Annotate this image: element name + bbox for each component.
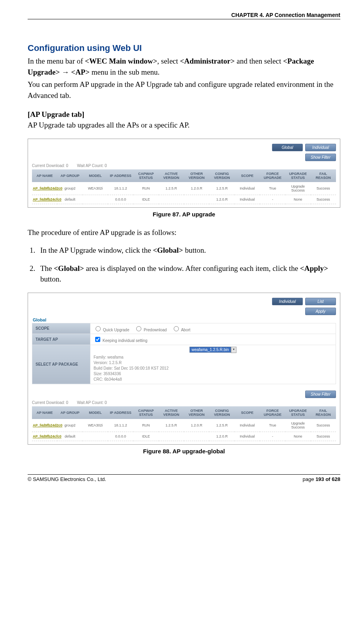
target-ap-value: Keeping individual setting (90, 334, 336, 345)
t: In the menu bar of (28, 57, 85, 65)
t: <Global> (153, 246, 183, 254)
table-row: AP_f4d9fb24d2c0 group2 WEA302i 18.1.1.2 … (32, 419, 336, 432)
keep-individual-checkbox[interactable]: Keeping individual setting (94, 338, 147, 343)
c: IDLE (133, 432, 159, 441)
c: - (260, 432, 285, 441)
t: Build Date: Sat Dec 15 06:00:18 KST 2012 (94, 366, 332, 371)
col: IP ADDRESS (108, 406, 133, 419)
radio-abort[interactable]: Abort (172, 328, 190, 332)
col: FORCE UPGRADE (260, 406, 285, 419)
t: Size: 35934336 (94, 371, 332, 377)
show-filter-button[interactable]: Show Filter (305, 391, 336, 398)
t: 193 of 628 (315, 476, 340, 482)
wait-ap-count-label: Wait AP Count: 0 (77, 163, 107, 168)
show-filter-button[interactable]: Show Filter (305, 154, 336, 161)
c: 1.2.0.R (184, 182, 209, 195)
package-dropdown[interactable]: weafama_1.2.5.R.bin (190, 347, 231, 353)
t: <AP> (71, 68, 90, 76)
col: FAIL REASON (311, 169, 336, 182)
t: page (303, 476, 316, 482)
t: <Apply> (300, 264, 328, 272)
t: <WEC Main window> (85, 57, 157, 65)
c: RUN (133, 419, 159, 432)
col: UPGRADE STATUS (285, 169, 311, 182)
c: 1.2.0.R (184, 419, 209, 432)
c: True (260, 182, 285, 195)
t: Version: 1.2.5.R (94, 360, 332, 366)
current-download-label: Current Download: 0 (32, 400, 68, 405)
apply-button[interactable]: Apply (305, 308, 336, 315)
table-row: AP_f4d9fb24cfc0 default 0.0.0.0 IDLE 1.2… (32, 432, 336, 441)
target-ap-label: TARGET AP (32, 334, 90, 345)
list-button[interactable]: List (305, 298, 336, 305)
individual-button[interactable]: Individual (272, 298, 303, 305)
chevron-down-icon[interactable]: ▾ (231, 347, 236, 353)
t: button. (183, 246, 206, 254)
global-area-label: Global (33, 317, 336, 322)
col: AP GROUP (57, 406, 83, 419)
ap-link[interactable]: AP_f4d9fb24d2c0 (33, 423, 62, 427)
chapter-header: CHAPTER 4. AP Connection Management (28, 12, 340, 19)
intro-para-2: You can perform AP upgrade in the AP Upg… (28, 79, 340, 101)
individual-button[interactable]: Individual (305, 144, 336, 151)
t: Abort (181, 328, 190, 332)
col: FORCE UPGRADE (260, 169, 285, 182)
col: IP ADDRESS (108, 169, 133, 182)
col: CAPWAP STATUS (133, 406, 159, 419)
c: WEA302i (83, 419, 108, 432)
select-package-label: SELECT AP PACKAGE (32, 345, 90, 384)
c: 1.2.5.R (159, 419, 184, 432)
c: - (260, 195, 285, 204)
current-download-label: Current Download: 0 (32, 163, 68, 168)
global-button[interactable]: Global (272, 144, 303, 151)
c: 1.2.0.R (209, 432, 235, 441)
figure-88-caption: Figure 88. AP upgrade-global (28, 448, 340, 455)
ap-link[interactable]: AP_f4d9fb24cfc0 (33, 197, 62, 201)
c (184, 432, 209, 441)
t: <Administrator> (180, 57, 235, 65)
ap-table-88: AP NAME AP GROUP MODEL IP ADDRESS CAPWAP… (32, 406, 336, 441)
c: True (260, 419, 285, 432)
c: 1.2.0.R (209, 195, 235, 204)
col: ACTIVE VERSION (159, 406, 184, 419)
t: Quick Upgrade (103, 328, 129, 332)
c: Success (311, 182, 336, 195)
ap-link[interactable]: AP_f4d9fb24d2c0 (33, 186, 62, 190)
col: MODEL (83, 169, 108, 182)
t: button. (40, 275, 61, 283)
radio-input[interactable] (174, 326, 179, 331)
c: WEA302i (83, 182, 108, 195)
col: CAPWAP STATUS (133, 169, 159, 182)
c: Success (311, 432, 336, 441)
c: 1.2.5.R (209, 419, 235, 432)
col: CONFIG VERSION (209, 169, 235, 182)
c: Individual (235, 182, 260, 195)
c (159, 432, 184, 441)
section-title: Configuration using Web UI (28, 43, 340, 53)
col: OTHER VERSION (184, 169, 209, 182)
figure-87-caption: Figure 87. AP upgrade (28, 211, 340, 218)
radio-predownload[interactable]: Predownload (134, 328, 167, 332)
t: and then select (235, 57, 283, 65)
page-footer: © SAMSUNG Electronics Co., Ltd. page 193… (28, 474, 340, 482)
c: 0.0.0.0 (108, 432, 133, 441)
step-1: In the AP Upgrade window, click the <Glo… (37, 245, 340, 256)
c: 1.2.5.R (209, 182, 235, 195)
col: UPGRADE STATUS (285, 406, 311, 419)
intro-para-1: In the menu bar of <WEC Main window>, se… (28, 56, 340, 77)
sub-desc: AP Upgrade tab upgrades all the APs or a… (28, 120, 340, 131)
t: Keeping individual setting (103, 338, 147, 343)
radio-input[interactable] (136, 326, 141, 331)
table-row: AP_f4d9fb24cfc0 default 0.0.0.0 IDLE 1.2… (32, 195, 336, 204)
c: RUN (133, 182, 159, 195)
radio-input[interactable] (96, 326, 101, 331)
c: Upgrade Success (285, 419, 311, 432)
col: AP NAME (32, 406, 57, 419)
col: ACTIVE VERSION (159, 169, 184, 182)
ap-link[interactable]: AP_f4d9fb24cfc0 (33, 434, 62, 438)
col: CONFIG VERSION (209, 406, 235, 419)
procedure-intro: The procedure of entire AP upgrade is as… (28, 227, 340, 238)
c (83, 432, 108, 441)
checkbox-input[interactable] (95, 337, 100, 342)
radio-quick-upgrade[interactable]: Quick Upgrade (94, 328, 129, 332)
